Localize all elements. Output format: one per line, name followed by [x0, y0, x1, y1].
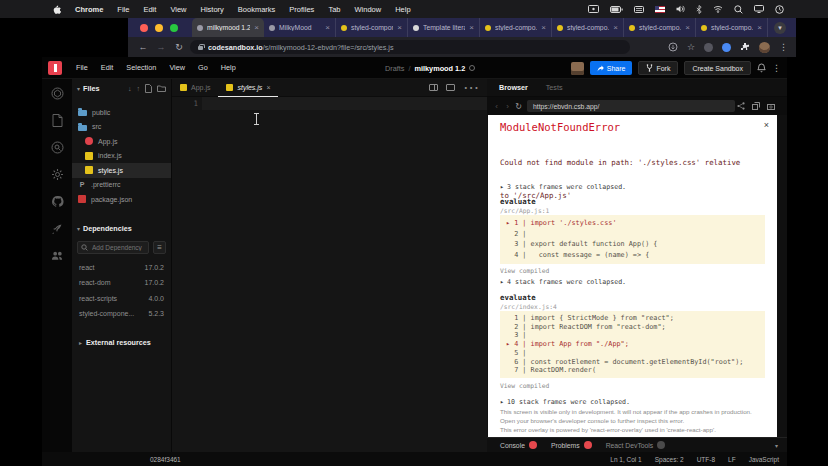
extensions-puzzle-icon[interactable] [740, 42, 750, 52]
preview-forward-icon[interactable]: › [502, 102, 513, 111]
tab-close-icon[interactable]: × [266, 84, 270, 91]
tab-close-icon[interactable]: × [613, 24, 618, 32]
new-folder-icon[interactable] [157, 85, 166, 92]
file-tree-item-index-js[interactable]: index.js [72, 149, 171, 164]
window-close-button[interactable] [140, 24, 148, 32]
menu-item-bookmarks[interactable]: Bookmarks [238, 5, 276, 14]
external-resources-header[interactable]: ▸ External resources [72, 338, 171, 347]
file-tree-item-src[interactable]: src [72, 120, 171, 135]
language-mode[interactable]: JavaScript [749, 456, 779, 463]
browser-tab[interactable]: styled-compon... × [336, 18, 408, 37]
tab-close-icon[interactable]: × [541, 24, 546, 32]
preview-tab-tests[interactable]: Tests [546, 83, 563, 92]
tab-close-icon[interactable]: × [757, 24, 762, 32]
browser-tab[interactable]: styled-compo... × [552, 18, 624, 37]
csb-menu-help[interactable]: Help [221, 63, 236, 72]
github-icon[interactable] [51, 195, 64, 208]
menu-item-view[interactable]: View [170, 5, 186, 14]
dependency-row[interactable]: styled-compone... 5.2.3 [72, 306, 171, 322]
create-sandbox-button[interactable]: Create Sandbox [684, 61, 751, 75]
back-icon[interactable]: ← [134, 42, 152, 52]
settings-gear-icon[interactable] [51, 168, 64, 181]
menu-item-edit[interactable]: Edit [143, 5, 156, 14]
browser-tab[interactable]: styled-compo... × [696, 18, 768, 37]
search-icon[interactable] [51, 141, 64, 154]
eol-setting[interactable]: LF [728, 456, 736, 463]
csb-menu-file[interactable]: File [76, 63, 88, 72]
preview-share-icon[interactable] [737, 102, 745, 110]
preview-reload-icon[interactable]: ↻ [513, 102, 524, 111]
file-tree-item-styles-js[interactable]: styles.js [72, 163, 171, 178]
send-to-devices-icon[interactable] [668, 42, 678, 52]
screen-mirroring-icon[interactable] [588, 5, 599, 13]
collapsed-frames-toggle[interactable]: ▸4 stack frames were collapsed. [500, 278, 626, 286]
tab-search-icon[interactable]: ▾ [774, 22, 786, 34]
files-section-header[interactable]: ▾ Files ↓ ↑ [72, 79, 171, 97]
window-zoom-button[interactable] [170, 24, 178, 32]
dependencies-section-header[interactable]: ▾ Dependencies [72, 221, 171, 237]
header-kebab-icon[interactable]: ⋮ [772, 63, 781, 73]
collapsed-frames-toggle[interactable]: ▸10 stack frames were collapsed. [500, 398, 630, 406]
browser-tab[interactable]: styled-compo... × [480, 18, 552, 37]
editor-tab-styles-js[interactable]: styles.js × [218, 79, 278, 97]
devtools-collapse-icon[interactable]: ▾ [775, 442, 778, 449]
dependency-row[interactable]: react 17.0.2 [72, 260, 171, 276]
reload-icon[interactable]: ↻ [170, 42, 188, 52]
browser-tab[interactable]: MilkyMood × [264, 18, 336, 37]
preview-back-icon[interactable]: ‹ [491, 102, 502, 111]
bookmark-star-icon[interactable]: ☆ [687, 42, 695, 52]
menu-item-help[interactable]: Help [395, 5, 410, 14]
display-icon[interactable] [754, 5, 764, 13]
close-icon[interactable]: × [764, 120, 769, 130]
share-button[interactable]: Share [590, 61, 633, 75]
open-in-new-window-icon[interactable] [752, 102, 760, 110]
apple-menu-icon[interactable] [52, 4, 61, 15]
tab-close-icon[interactable]: × [397, 24, 402, 32]
tab-close-icon[interactable]: × [325, 24, 330, 32]
editor-layout-icon[interactable] [446, 84, 455, 91]
project-overview-icon[interactable] [51, 87, 64, 100]
browser-menu-kebab-icon[interactable]: ⋮ [779, 42, 788, 52]
tab-close-icon[interactable]: × [254, 24, 259, 32]
keyboard-icon[interactable] [634, 6, 644, 13]
upload-file-icon[interactable]: ↑ [137, 85, 141, 92]
file-tree-item-app-js[interactable]: App.js [72, 134, 171, 149]
input-source-flag-icon[interactable] [655, 6, 665, 13]
editor-tab-app-js[interactable]: App.js [172, 79, 218, 97]
fork-button[interactable]: Fork [638, 61, 678, 75]
tab-close-icon[interactable]: × [685, 24, 690, 32]
spotlight-search-icon[interactable] [734, 5, 743, 14]
file-explorer-icon[interactable] [51, 114, 64, 127]
notifications-bell-icon[interactable] [757, 63, 766, 73]
live-collaboration-icon[interactable] [51, 249, 64, 262]
window-minimize-button[interactable] [155, 24, 163, 32]
file-tree-item-prettierrc[interactable]: P .prettierrc [72, 178, 171, 193]
csb-menu-go[interactable]: Go [198, 63, 208, 72]
menu-item-chrome[interactable]: Chrome [75, 5, 103, 14]
breadcrumb-folder[interactable]: Drafts [385, 64, 404, 73]
split-editor-icon[interactable] [429, 84, 438, 91]
volume-icon[interactable] [676, 5, 685, 13]
devtools-tab-problems[interactable]: Problems [551, 441, 592, 449]
csb-menu-view[interactable]: View [169, 63, 185, 72]
bluetooth-icon[interactable] [696, 5, 702, 14]
screenshot-icon[interactable] [767, 103, 775, 110]
file-tree-item-public[interactable]: public [72, 105, 171, 120]
devtools-tab-react-devtools[interactable]: React DevTools [606, 441, 666, 449]
dependency-row[interactable]: react-scripts 4.0.0 [72, 291, 171, 307]
view-compiled-link[interactable]: View compiled [500, 267, 549, 274]
preview-tab-browser[interactable]: Browser [499, 83, 528, 92]
browser-tab[interactable]: styled-compo... × [624, 18, 696, 37]
file-tree-item-package-json[interactable]: package.json [72, 192, 171, 207]
tab-close-icon[interactable]: × [469, 24, 474, 32]
extension-blue-icon[interactable] [722, 43, 731, 52]
extension-icon[interactable] [704, 43, 713, 52]
new-file-icon[interactable] [145, 84, 152, 93]
browser-tab[interactable]: Template litera... × [408, 18, 480, 37]
collapsed-frames-toggle[interactable]: ▸3 stack frames were collapsed. [500, 183, 626, 191]
lock-icon[interactable] [198, 46, 203, 50]
dependency-row[interactable]: react-dom 17.0.2 [72, 275, 171, 291]
forward-icon[interactable]: → [152, 42, 170, 52]
wifi-icon[interactable] [713, 5, 723, 13]
export-zip-icon[interactable]: ↓ [128, 85, 132, 92]
